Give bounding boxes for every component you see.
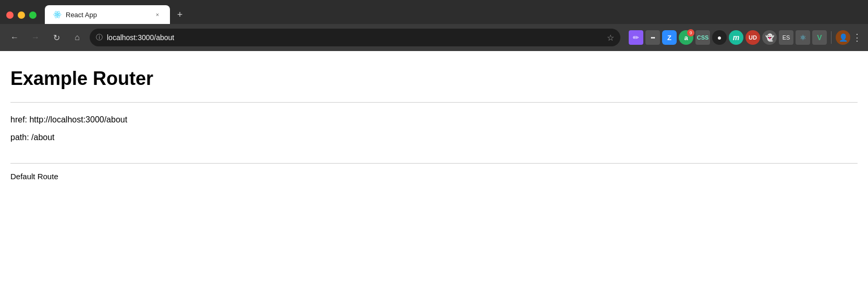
user-avatar[interactable]: 👤 bbox=[836, 30, 850, 45]
react-tab-icon bbox=[53, 10, 62, 19]
svg-point-0 bbox=[56, 14, 58, 16]
window-controls bbox=[6, 11, 36, 24]
v-extension-icon[interactable]: V bbox=[812, 30, 827, 45]
badge-count: 9 bbox=[687, 29, 694, 36]
info-section: href: http://localhost:3000/about path: … bbox=[10, 103, 858, 163]
info-icon: ⓘ bbox=[96, 33, 103, 42]
browser-window: React App × + ← → ↻ ⌂ ⓘ ☆ ✏ ••• Z a bbox=[0, 0, 868, 286]
tab-title: React App bbox=[66, 11, 149, 19]
minimize-button[interactable] bbox=[18, 11, 25, 19]
ud-extension-icon[interactable]: UD bbox=[745, 30, 760, 45]
es-extension-icon[interactable]: ES bbox=[779, 30, 793, 45]
bookmark-button[interactable]: ☆ bbox=[607, 33, 614, 43]
v-icon-symbol: V bbox=[817, 33, 822, 42]
browser-tab-active[interactable]: React App × bbox=[45, 5, 170, 24]
a-green-extension-icon[interactable]: a 9 bbox=[679, 30, 693, 45]
pencil-icon-symbol: ✏ bbox=[633, 33, 639, 42]
footer-section: Default Route bbox=[10, 163, 858, 189]
m-extension-icon[interactable]: m bbox=[729, 30, 743, 45]
new-tab-button[interactable]: + bbox=[172, 8, 188, 24]
nav-bar: ← → ↻ ⌂ ⓘ ☆ ✏ ••• Z a 9 CSS bbox=[0, 24, 868, 51]
circle-icon-symbol: ● bbox=[717, 33, 722, 42]
path-line: path: /about bbox=[10, 133, 858, 142]
css-extension-icon[interactable]: CSS bbox=[695, 30, 710, 45]
es-icon-symbol: ES bbox=[783, 34, 790, 41]
react-icon-symbol: ⚛ bbox=[800, 33, 806, 42]
page-heading: Example Router bbox=[10, 68, 858, 90]
toolbar-divider bbox=[831, 31, 832, 44]
back-button[interactable]: ← bbox=[6, 29, 23, 46]
forward-button[interactable]: → bbox=[27, 29, 44, 46]
avatar-icon: 👤 bbox=[839, 33, 848, 42]
pencil-extension-icon[interactable]: ✏ bbox=[629, 30, 643, 45]
react-extension-icon[interactable]: ⚛ bbox=[796, 30, 810, 45]
href-line: href: http://localhost:3000/about bbox=[10, 115, 858, 125]
circle-extension-icon[interactable]: ● bbox=[712, 30, 727, 45]
zoom-extension-icon[interactable]: Z bbox=[662, 30, 677, 45]
ghost-icon-symbol: 👻 bbox=[765, 33, 774, 42]
zoom-icon-symbol: Z bbox=[667, 34, 671, 42]
dots-icon-symbol: ••• bbox=[651, 35, 655, 41]
toolbar-icons: ✏ ••• Z a 9 CSS ● m UD bbox=[629, 30, 862, 45]
address-bar-container: ⓘ ☆ bbox=[90, 29, 620, 46]
maximize-button[interactable] bbox=[29, 11, 36, 19]
dots-extension-icon[interactable]: ••• bbox=[645, 30, 660, 45]
tab-bar: React App × + bbox=[0, 0, 868, 24]
ud-icon-symbol: UD bbox=[749, 34, 757, 41]
tab-close-button[interactable]: × bbox=[153, 10, 162, 19]
reload-button[interactable]: ↻ bbox=[48, 29, 65, 46]
ghost-extension-icon[interactable]: 👻 bbox=[762, 30, 777, 45]
address-input[interactable] bbox=[107, 33, 603, 42]
home-button[interactable]: ⌂ bbox=[69, 29, 85, 46]
m-icon-symbol: m bbox=[733, 33, 739, 42]
close-button[interactable] bbox=[6, 11, 14, 19]
default-route-text: Default Route bbox=[10, 172, 858, 181]
css-icon-symbol: CSS bbox=[697, 34, 709, 41]
browser-menu-button[interactable]: ⋮ bbox=[852, 32, 862, 43]
page-content: Example Router href: http://localhost:30… bbox=[0, 51, 868, 286]
